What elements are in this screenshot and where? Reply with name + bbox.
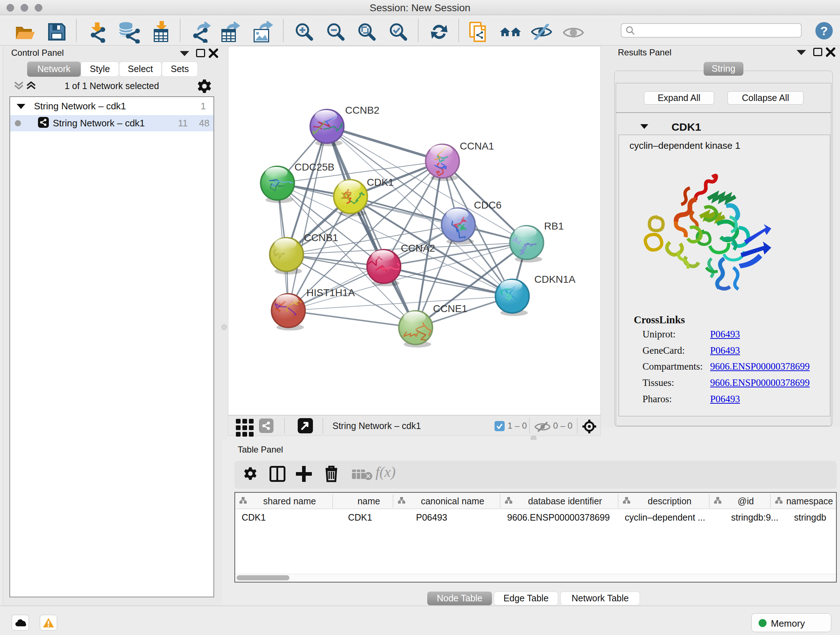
svg-text:CCNB1: CCNB1: [304, 232, 338, 243]
svg-text:CCNA1: CCNA1: [460, 141, 494, 152]
svg-text:CCNE1: CCNE1: [433, 303, 467, 314]
svg-text:HIST1H1A: HIST1H1A: [306, 287, 355, 298]
svg-text:CDC25B: CDC25B: [294, 162, 334, 173]
svg-text:RB1: RB1: [544, 220, 564, 232]
svg-text:CDK1: CDK1: [367, 177, 394, 188]
svg-text:CCNA2: CCNA2: [401, 242, 435, 254]
svg-text:CDKN1A: CDKN1A: [534, 274, 576, 285]
svg-text:CCNB2: CCNB2: [345, 105, 379, 116]
svg-text:?: ?: [821, 24, 828, 38]
svg-text:CDC6: CDC6: [474, 200, 501, 211]
